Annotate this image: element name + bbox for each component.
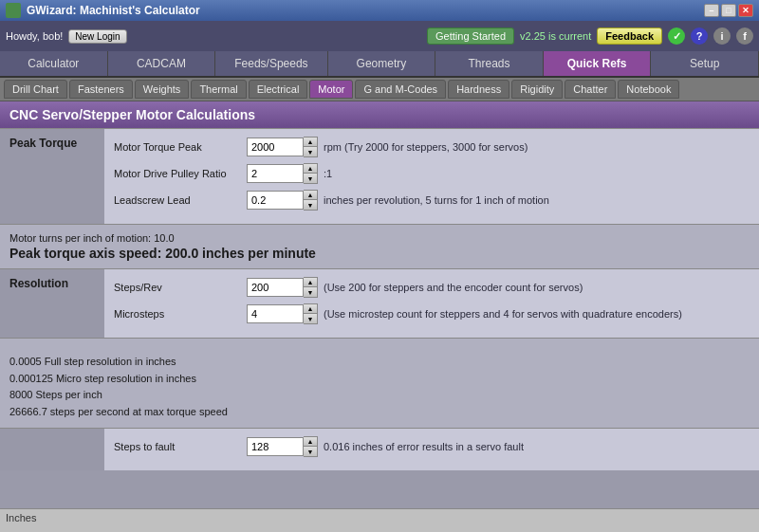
field-input-container-res-0: ▲▼ (247, 277, 318, 298)
field-input-container-pt-1: ▲▼ (247, 163, 318, 184)
app-title: GWizard: Machinist's Calculator (27, 4, 200, 17)
main-tab-quick-refs[interactable]: Quick Refs (544, 51, 652, 76)
field-input-container-pt-2: ▲▼ (247, 190, 318, 211)
content-area: CNC Servo/Stepper Motor Calculations Pea… (0, 101, 759, 508)
status-text: Inches (6, 512, 36, 523)
main-tab-threads[interactable]: Threads (435, 51, 544, 76)
field-hint-pt-2: inches per revolution, 5 turns for 1 inc… (324, 194, 549, 206)
spin-btns-res-0: ▲▼ (304, 277, 318, 298)
getting-started-button[interactable]: Getting Started (427, 28, 514, 45)
sub-tab-fasteners[interactable]: Fasteners (69, 80, 133, 99)
field-input-res-1[interactable] (247, 304, 304, 323)
window-controls: – □ ✕ (704, 4, 753, 17)
sub-tab-chatter[interactable]: Chatter (565, 80, 616, 99)
close-button[interactable]: ✕ (738, 4, 753, 17)
resolution-section: Resolution Steps/Rev▲▼(Use 200 for stepp… (0, 268, 759, 338)
peak-torque-field-row-0: Motor Torque Peak▲▼rpm (Try 2000 for ste… (114, 137, 750, 157)
fault-label: Steps to fault (114, 441, 247, 452)
help-icon[interactable]: ? (691, 28, 708, 45)
field-label-res-0: Steps/Rev (114, 282, 247, 293)
titlebar: GWizard: Machinist's Calculator – □ ✕ (0, 0, 759, 21)
peak-torque-field-row-2: Leadscrew Lead▲▼inches per revolution, 5… (114, 190, 750, 211)
main-nav: CalculatorCADCAMFeeds/SpeedsGeometryThre… (0, 51, 759, 78)
resolution-result: 0.0005 Full step resolution in inches0.0… (0, 338, 759, 428)
spin-up-res-0[interactable]: ▲ (304, 278, 317, 287)
greeting-text: Howdy, bob! (6, 30, 63, 42)
spin-up-pt-0[interactable]: ▲ (304, 138, 317, 147)
sub-tab-weights[interactable]: Weights (135, 80, 190, 99)
main-tab-setup[interactable]: Setup (651, 51, 759, 76)
spin-up-pt-1[interactable]: ▲ (304, 164, 317, 174)
fault-spin-down[interactable]: ▼ (304, 447, 317, 456)
info-line-3: 26666.7 steps per second at max torque s… (9, 404, 750, 421)
status-bar: Inches (0, 508, 759, 529)
minimize-button[interactable]: – (704, 4, 719, 17)
fault-input[interactable] (247, 437, 304, 456)
main-tab-cadcam[interactable]: CADCAM (108, 51, 216, 76)
sub-tab-thermal[interactable]: Thermal (191, 80, 246, 99)
fault-hint: 0.016 inches of error results in a servo… (324, 441, 524, 452)
fault-spin-btns: ▲▼ (304, 436, 318, 457)
sub-tab-electrical[interactable]: Electrical (249, 80, 308, 99)
spin-up-res-1[interactable]: ▲ (304, 304, 317, 314)
field-label-pt-1: Motor Drive Pulley Ratio (114, 168, 247, 179)
check-icon[interactable]: ✓ (668, 28, 685, 45)
spin-down-res-1[interactable]: ▼ (304, 314, 317, 323)
main-tab-calculator[interactable]: Calculator (0, 51, 108, 76)
field-label-pt-2: Leadscrew Lead (114, 194, 247, 206)
spin-btns-res-1: ▲▼ (304, 303, 318, 324)
info-icon[interactable]: i (713, 28, 731, 45)
field-hint-pt-0: rpm (Try 2000 for steppers, 3000 for ser… (324, 141, 528, 153)
result-line2: Peak torque axis speed: 200.0 inches per… (9, 246, 750, 261)
field-input-pt-1[interactable] (247, 164, 304, 183)
new-login-button[interactable]: New Login (68, 29, 126, 44)
version-text: v2.25 is current (520, 30, 591, 42)
peak-torque-content: Motor Torque Peak▲▼rpm (Try 2000 for ste… (104, 129, 759, 224)
forum-icon[interactable]: f (736, 28, 753, 45)
resolution-field-row-0: Steps/Rev▲▼(Use 200 for steppers and the… (114, 277, 750, 298)
sub-tab-rigidity[interactable]: Rigidity (511, 80, 563, 99)
info-line-1: 0.000125 Micro step resolution in inches (9, 371, 750, 388)
sub-tab-g-and-m-codes[interactable]: G and M-Codes (355, 80, 446, 99)
spin-btns-pt-1: ▲▼ (304, 163, 318, 184)
field-input-container-res-1: ▲▼ (247, 303, 318, 324)
peak-torque-label: Peak Torque (0, 129, 104, 224)
sub-nav: Drill ChartFastenersWeightsThermalElectr… (0, 78, 759, 101)
peak-torque-result: Motor turns per inch of motion: 10.0 Pea… (0, 224, 759, 268)
sub-tab-motor[interactable]: Motor (309, 80, 353, 99)
sub-tab-hardness[interactable]: Hardness (448, 80, 509, 99)
spin-down-pt-1[interactable]: ▼ (304, 174, 317, 183)
spin-down-pt-0[interactable]: ▼ (304, 147, 317, 156)
spin-btns-pt-0: ▲▼ (304, 137, 318, 157)
spin-btns-pt-2: ▲▼ (304, 190, 318, 211)
field-input-res-0[interactable] (247, 278, 304, 297)
app-icon (6, 3, 21, 18)
peak-torque-field-row-1: Motor Drive Pulley Ratio▲▼:1 (114, 163, 750, 184)
fault-spacer (0, 429, 104, 470)
feedback-button[interactable]: Feedback (597, 28, 662, 45)
resolution-label: Resolution (0, 269, 104, 338)
spin-down-pt-2[interactable]: ▼ (304, 200, 317, 210)
spin-down-res-0[interactable]: ▼ (304, 287, 317, 297)
main-tab-feeds-speeds[interactable]: Feeds/Speeds (215, 51, 327, 76)
sub-tab-drill-chart[interactable]: Drill Chart (4, 80, 67, 99)
resolution-field-row-1: Microsteps▲▼(Use microstep count for ste… (114, 303, 750, 324)
section-title: CNC Servo/Stepper Motor Calculations (0, 101, 759, 128)
maximize-button[interactable]: □ (721, 4, 736, 17)
field-hint-res-1: (Use microstep count for steppers and 4 … (324, 308, 682, 320)
field-label-pt-0: Motor Torque Peak (114, 141, 247, 153)
fault-content: Steps to fault▲▼0.016 inches of error re… (104, 429, 759, 470)
fault-spin-up[interactable]: ▲ (304, 437, 317, 447)
info-line-2: 8000 Steps per inch (9, 387, 750, 404)
content-body: Peak Torque Motor Torque Peak▲▼rpm (Try … (0, 128, 759, 470)
field-input-pt-2[interactable] (247, 191, 304, 210)
main-tab-geometry[interactable]: Geometry (328, 51, 436, 76)
resolution-content: Steps/Rev▲▼(Use 200 for steppers and the… (104, 269, 759, 338)
header-bar: Howdy, bob! New Login Getting Started v2… (0, 21, 759, 51)
peak-torque-section: Peak Torque Motor Torque Peak▲▼rpm (Try … (0, 128, 759, 224)
spin-up-pt-2[interactable]: ▲ (304, 191, 317, 200)
fault-section: Steps to fault▲▼0.016 inches of error re… (0, 428, 759, 470)
field-input-pt-0[interactable] (247, 138, 304, 156)
fault-input-container: ▲▼ (247, 436, 318, 457)
sub-tab-notebook[interactable]: Notebook (618, 80, 679, 99)
